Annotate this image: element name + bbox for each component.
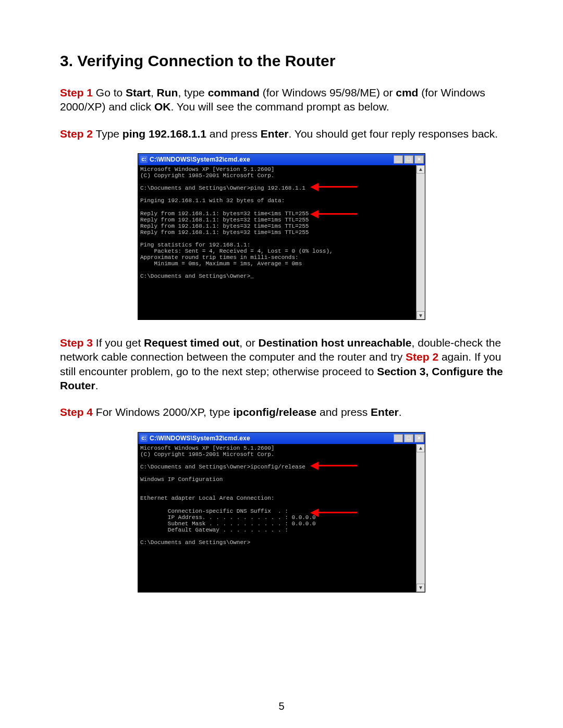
scroll-down-icon[interactable]: ▼ <box>417 311 425 319</box>
step3-label: Step 3 <box>60 337 93 349</box>
step3-paragraph: Step 3 If you get Request timed out, or … <box>60 336 503 392</box>
titlebar: c: C:\WINDOWS\System32\cmd.exe _ □ × <box>138 433 425 444</box>
step4-label: Step 4 <box>60 406 93 418</box>
callout-arrow <box>315 465 357 466</box>
terminal-output: Microsoft Windows XP [Version 5.1.2600] … <box>138 165 416 319</box>
step1-label: Step 1 <box>60 87 93 98</box>
scrollbar[interactable]: ▲ ▼ <box>416 165 425 319</box>
callout-arrow <box>315 186 357 188</box>
cmd-icon: c: <box>140 156 148 163</box>
cmd-window-ipconfig: c: C:\WINDOWS\System32\cmd.exe _ □ × Mic… <box>138 432 425 593</box>
step2-paragraph: Step 2 Type ping 192.168.1.1 and press E… <box>60 127 503 141</box>
minimize-button[interactable]: _ <box>394 155 403 164</box>
step2-label: Step 2 <box>60 128 93 140</box>
step1-paragraph: Step 1 Go to Start, Run, type command (f… <box>60 85 503 114</box>
window-title: C:\WINDOWS\System32\cmd.exe <box>150 156 393 163</box>
minimize-button[interactable]: _ <box>394 434 403 442</box>
cmd-icon: c: <box>140 435 148 442</box>
close-button[interactable]: × <box>414 434 424 442</box>
scroll-track[interactable] <box>417 174 425 311</box>
terminal-output: Microsoft Windows XP [Version 5.1.2600] … <box>138 444 416 592</box>
scrollbar[interactable]: ▲ ▼ <box>416 444 425 592</box>
page-number: 5 <box>0 700 563 712</box>
section-heading: 3. Verifying Connection to the Router <box>60 52 503 70</box>
scroll-down-icon[interactable]: ▼ <box>417 584 425 592</box>
callout-arrow <box>315 213 357 215</box>
window-title: C:\WINDOWS\System32\cmd.exe <box>150 435 393 442</box>
cmd-window-ping: c: C:\WINDOWS\System32\cmd.exe _ □ × Mic… <box>138 153 425 320</box>
callout-arrow <box>315 512 357 513</box>
step4-paragraph: Step 4 For Windows 2000/XP, type ipconfi… <box>60 405 503 419</box>
scroll-track[interactable] <box>417 452 425 584</box>
close-button[interactable]: × <box>414 155 424 164</box>
scroll-up-icon[interactable]: ▲ <box>417 444 425 452</box>
maximize-button[interactable]: □ <box>404 155 413 164</box>
scroll-up-icon[interactable]: ▲ <box>417 165 425 174</box>
maximize-button[interactable]: □ <box>404 434 413 442</box>
titlebar: c: C:\WINDOWS\System32\cmd.exe _ □ × <box>138 154 425 165</box>
